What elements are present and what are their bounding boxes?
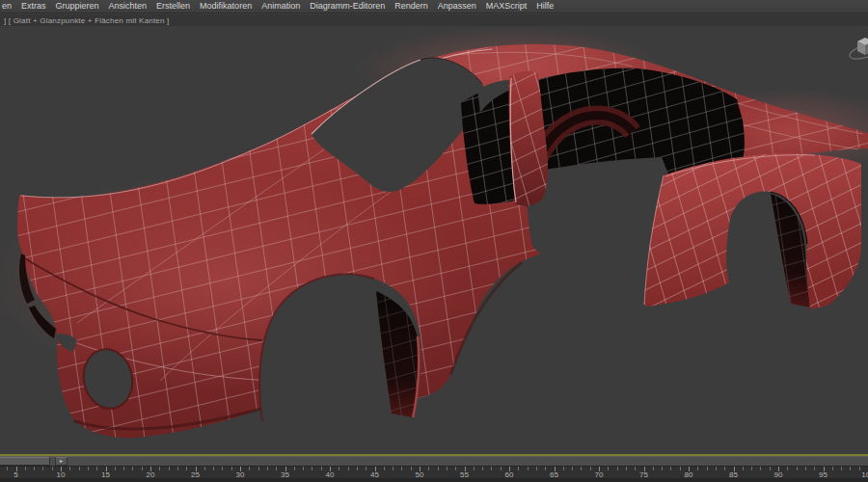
frame-tick: [186, 467, 187, 470]
frame-tick: [832, 467, 833, 470]
menu-item-gruppieren[interactable]: Gruppieren: [56, 0, 99, 13]
frame-tick: [34, 467, 35, 470]
frame-tick-label: 65: [550, 470, 558, 478]
frame-tick: [635, 467, 636, 470]
track-bar-ruler[interactable]: 5101520253035404550556065707580859095100: [0, 466, 868, 478]
frame-tick: [572, 467, 573, 470]
frame-tick: [743, 467, 744, 470]
frame-tick-label: 25: [191, 470, 200, 478]
frame-tick: [79, 467, 80, 470]
frame-tick: [581, 467, 582, 470]
frame-tick: [501, 467, 502, 470]
frame-tick: [859, 467, 860, 470]
frame-tick-label: 20: [147, 470, 155, 478]
frame-tick: [760, 467, 761, 470]
frame-tick: [707, 467, 708, 470]
frame-tick: [455, 467, 456, 470]
frame-tick-label: 10: [57, 470, 66, 478]
frame-tick: [294, 467, 295, 470]
menu-item-diagramm-editoren[interactable]: Diagramm-Editoren: [310, 0, 385, 13]
viewport-shading-label[interactable]: ] [ Glatt + Glanzpunkte + Flächen mit Ka…: [0, 16, 170, 25]
frame-tick-label: 45: [370, 470, 379, 478]
frame-tick: [258, 467, 259, 470]
menu-item-anpassen[interactable]: Anpassen: [438, 0, 476, 13]
frame-tick-label: 15: [101, 470, 110, 478]
time-slider-handle[interactable]: [0, 457, 50, 466]
perspective-viewport[interactable]: [0, 26, 868, 454]
frame-tick: [159, 467, 160, 470]
frame-tick: [724, 467, 725, 470]
frame-tick: [447, 467, 448, 470]
frame-tick: [841, 467, 842, 470]
menu-item-hilfe[interactable]: Hilfe: [536, 0, 554, 13]
frame-tick: [52, 467, 53, 470]
frame-tick-label: 5: [14, 470, 17, 478]
frame-tick: [814, 467, 815, 470]
frame-tick: [366, 467, 366, 470]
frame-tick-label: 70: [595, 470, 604, 478]
frame-tick-label: 95: [819, 470, 827, 478]
frame-tick: [177, 467, 178, 470]
frame-tick: [474, 467, 475, 470]
menu-item-modifikatoren[interactable]: Modifikatoren: [200, 0, 252, 13]
menu-bar: enExtrasGruppierenAnsichtenErstellenModi…: [0, 0, 868, 13]
frame-tick: [716, 467, 717, 470]
frame-tick: [169, 467, 170, 470]
frame-tick: [482, 467, 483, 470]
frame-tick: [850, 467, 851, 470]
next-frame-button[interactable]: ▸: [55, 457, 68, 466]
frame-tick: [42, 467, 43, 470]
frame-tick-label: 40: [326, 470, 335, 478]
menu-item-animation[interactable]: Animation: [261, 0, 300, 13]
frame-tick: [617, 467, 618, 470]
frame-tick: [249, 467, 250, 470]
frame-tick: [348, 467, 349, 470]
frame-tick: [142, 467, 143, 470]
menu-item-en[interactable]: en: [2, 0, 12, 13]
menu-item-rendern[interactable]: Rendern: [394, 0, 428, 13]
menu-item-ansichten[interactable]: Ansichten: [109, 0, 148, 13]
frame-tick: [312, 467, 312, 470]
frame-tick: [384, 467, 385, 470]
frame-tick-label: 60: [505, 470, 514, 478]
frame-tick: [132, 467, 133, 470]
frame-tick-label: 30: [236, 470, 245, 478]
frame-tick: [357, 467, 358, 470]
frame-tick: [25, 467, 26, 470]
frame-tick: [69, 467, 70, 470]
frame-tick: [797, 467, 798, 470]
frame-tick: [662, 467, 663, 470]
viewport-label-bar: ] [ Glatt + Glanzpunkte + Flächen mit Ka…: [0, 14, 868, 26]
frame-tick: [528, 467, 529, 470]
frame-tick: [438, 467, 439, 470]
frame-tick: [115, 467, 116, 470]
frame-tick: [536, 467, 537, 470]
frame-tick: [518, 467, 519, 470]
frame-tick: [96, 467, 97, 470]
frame-tick: [88, 467, 89, 470]
frame-tick: [805, 467, 806, 470]
frame-tick: [608, 467, 609, 470]
frame-tick: [653, 467, 654, 470]
frame-tick: [222, 467, 223, 470]
frame-tick: [204, 467, 205, 470]
track-bar-lower-edge: [0, 478, 868, 482]
frame-tick: [787, 467, 788, 470]
frame-tick: [7, 467, 8, 470]
menu-item-maxscript[interactable]: MAXScript: [486, 0, 528, 13]
frame-tick: [670, 467, 671, 470]
frame-tick-label: 100: [861, 470, 868, 478]
frame-tick: [411, 467, 412, 470]
frame-tick: [267, 467, 268, 470]
frame-tick: [751, 467, 752, 470]
frame-tick: [680, 467, 681, 470]
menu-item-extras[interactable]: Extras: [21, 0, 46, 13]
viewport-canvas[interactable]: [0, 26, 868, 454]
frame-tick: [428, 467, 429, 470]
frame-tick: [626, 467, 627, 470]
time-slider-track[interactable]: ▸: [0, 456, 868, 466]
frame-tick-label: 75: [639, 470, 648, 478]
frame-tick: [213, 467, 214, 470]
frame-tick: [545, 467, 546, 470]
menu-item-erstellen[interactable]: Erstellen: [156, 0, 190, 13]
